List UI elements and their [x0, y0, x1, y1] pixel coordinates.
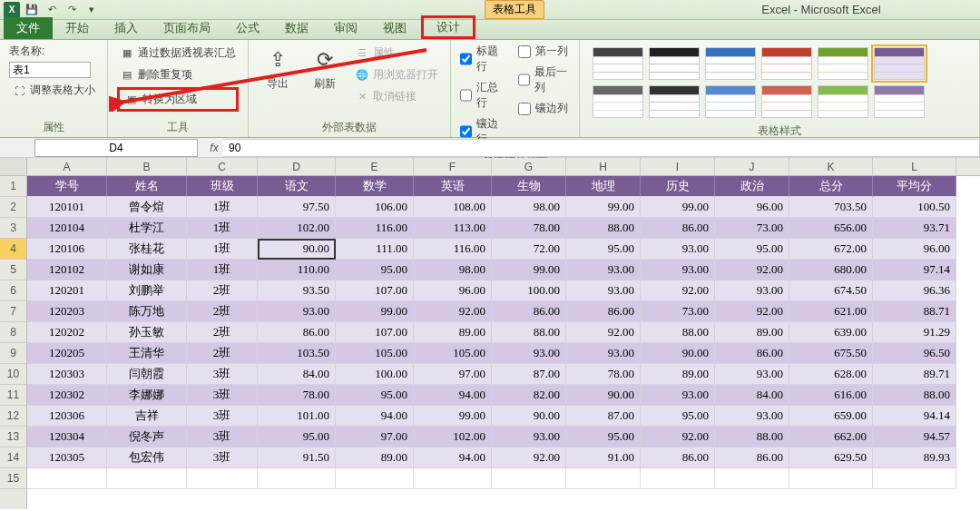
cell[interactable]: [873, 468, 956, 489]
cell[interactable]: 662.00: [789, 427, 873, 447]
cell[interactable]: 93.00: [566, 343, 641, 364]
col-header-A[interactable]: A: [27, 158, 107, 175]
cell[interactable]: [187, 468, 258, 489]
cell[interactable]: 98.00: [492, 197, 566, 218]
cell[interactable]: 100.50: [873, 197, 956, 218]
cell[interactable]: 107.00: [336, 322, 414, 343]
col-header-K[interactable]: K: [789, 158, 873, 175]
formula-input[interactable]: 90: [223, 139, 980, 157]
table-header-cell[interactable]: 政治: [715, 176, 789, 197]
cell[interactable]: 97.00: [336, 427, 414, 447]
style-thumb-selected[interactable]: [874, 47, 925, 80]
cell[interactable]: 2班: [187, 280, 258, 301]
cell[interactable]: 639.00: [789, 322, 873, 343]
cell[interactable]: 94.00: [336, 406, 414, 427]
cell[interactable]: 120201: [27, 280, 107, 301]
cell[interactable]: 93.00: [492, 343, 566, 364]
cell[interactable]: 94.57: [873, 427, 956, 447]
cell[interactable]: 108.00: [414, 197, 492, 218]
qat-dropdown-icon[interactable]: ▾: [83, 2, 100, 18]
style-thumb[interactable]: [874, 85, 925, 118]
table-header-cell[interactable]: 地理: [566, 176, 641, 197]
cell[interactable]: 87.00: [492, 364, 566, 385]
cell[interactable]: 91.50: [258, 447, 336, 468]
cell[interactable]: 96.00: [715, 197, 789, 218]
cell[interactable]: 93.50: [258, 280, 336, 301]
cell[interactable]: 120304: [27, 427, 107, 447]
row-header[interactable]: 4: [0, 239, 26, 260]
cell[interactable]: 97.14: [873, 260, 956, 280]
chk-total-row[interactable]: 汇总行: [460, 80, 502, 111]
cell[interactable]: [27, 468, 107, 489]
cell[interactable]: 120306: [27, 406, 107, 427]
cell[interactable]: 99.00: [641, 197, 715, 218]
row-header[interactable]: 2: [0, 197, 26, 218]
cell[interactable]: 94.00: [414, 447, 492, 468]
cell[interactable]: 111.00: [336, 239, 414, 260]
cell[interactable]: 672.00: [789, 239, 873, 260]
cell[interactable]: 89.93: [873, 447, 956, 468]
chk-banded-cols[interactable]: 镶边列: [518, 101, 570, 116]
table-header-cell[interactable]: 姓名: [107, 176, 187, 197]
cell[interactable]: 刘鹏举: [107, 280, 187, 301]
row-header[interactable]: 12: [0, 406, 26, 427]
cell[interactable]: 92.00: [414, 301, 492, 322]
cell[interactable]: 100.00: [492, 280, 566, 301]
tab-data[interactable]: 数据: [272, 17, 321, 39]
table-header-cell[interactable]: 总分: [789, 176, 873, 197]
cell[interactable]: 628.00: [789, 364, 873, 385]
col-header-H[interactable]: H: [566, 158, 641, 175]
cell[interactable]: 90.00: [492, 406, 566, 427]
cell[interactable]: 89.71: [873, 364, 956, 385]
cell[interactable]: 116.00: [336, 218, 414, 239]
cell[interactable]: 110.00: [258, 260, 336, 280]
col-header-F[interactable]: F: [414, 158, 492, 175]
tab-page-layout[interactable]: 页面布局: [151, 17, 223, 39]
style-thumb[interactable]: [649, 85, 700, 118]
style-thumb[interactable]: [593, 47, 643, 80]
cell[interactable]: 王清华: [107, 343, 187, 364]
row-header[interactable]: 13: [0, 427, 26, 447]
row-header[interactable]: 7: [0, 301, 26, 322]
cell[interactable]: 105.00: [336, 343, 414, 364]
cell[interactable]: 98.00: [414, 260, 492, 280]
cell[interactable]: 95.00: [566, 239, 641, 260]
cell[interactable]: 吉祥: [107, 406, 187, 427]
cell[interactable]: 95.00: [258, 427, 336, 447]
cell[interactable]: 1班: [187, 260, 258, 280]
table-name-input[interactable]: [9, 62, 91, 78]
cell[interactable]: 95.00: [566, 427, 641, 447]
cell[interactable]: 100.00: [336, 364, 414, 385]
cell[interactable]: 120106: [27, 239, 107, 260]
cell[interactable]: 93.00: [566, 280, 641, 301]
cell[interactable]: 95.00: [336, 260, 414, 280]
tab-file[interactable]: 文件: [4, 17, 53, 39]
cell[interactable]: 90.00: [641, 343, 715, 364]
row-header[interactable]: 14: [0, 447, 26, 468]
cell[interactable]: 89.00: [641, 364, 715, 385]
row-header[interactable]: 8: [0, 322, 26, 343]
summarize-pivot-button[interactable]: ▦通过数据透视表汇总: [117, 44, 239, 63]
cell[interactable]: 95.00: [715, 239, 789, 260]
row-header[interactable]: 10: [0, 364, 26, 385]
cell[interactable]: 102.00: [258, 218, 336, 239]
cell[interactable]: 93.00: [641, 239, 715, 260]
cell[interactable]: 91.00: [566, 447, 641, 468]
cell[interactable]: 93.00: [715, 364, 789, 385]
cell[interactable]: 1班: [187, 218, 258, 239]
cell[interactable]: 93.00: [566, 260, 641, 280]
cell[interactable]: 116.00: [414, 239, 492, 260]
cell[interactable]: 82.00: [492, 385, 566, 406]
cell[interactable]: 88.00: [492, 322, 566, 343]
style-thumb[interactable]: [705, 85, 756, 118]
cell[interactable]: 107.00: [336, 280, 414, 301]
cell[interactable]: 94.14: [873, 406, 956, 427]
cell[interactable]: 3班: [187, 364, 258, 385]
cell[interactable]: 陈万地: [107, 301, 187, 322]
cell[interactable]: 73.00: [641, 301, 715, 322]
cell[interactable]: 96.00: [873, 239, 956, 260]
col-header-G[interactable]: G: [492, 158, 566, 175]
cell[interactable]: 120203: [27, 301, 107, 322]
col-header-I[interactable]: I: [641, 158, 715, 175]
cell[interactable]: 包宏伟: [107, 447, 187, 468]
